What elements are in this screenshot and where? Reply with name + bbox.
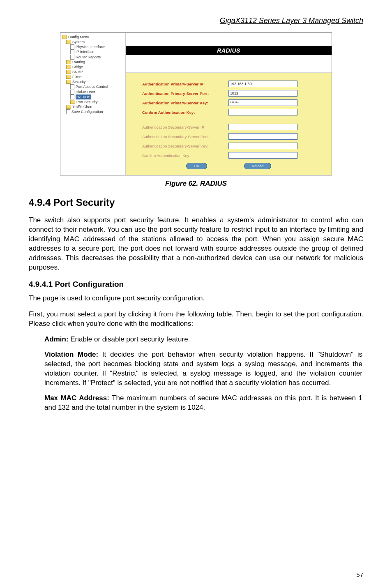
tree-ipif[interactable]: IP Interface xyxy=(76,49,95,54)
sec-ip-input[interactable] xyxy=(228,124,297,130)
config-tree: Config Menu System Physical Interface IP… xyxy=(60,33,126,175)
subsection-heading: 4.9.4.1 Port Configuration xyxy=(29,280,363,289)
prim-confirm-input[interactable] xyxy=(228,109,297,115)
prim-ip-input[interactable] xyxy=(228,81,297,87)
tree-system[interactable]: System xyxy=(72,39,85,44)
prim-port-label: Authentication Primary-Server Port: xyxy=(142,91,228,96)
folder-icon xyxy=(66,60,71,64)
para-violation: Violation Mode: It decides the port beha… xyxy=(44,350,362,388)
section-heading: 4.9.4 Port Security xyxy=(29,197,363,208)
reload-button[interactable]: Reload xyxy=(244,163,272,169)
prim-key-input[interactable] xyxy=(228,99,297,106)
folder-icon xyxy=(66,105,71,109)
sec-confirm-input[interactable] xyxy=(228,152,297,159)
tree-root[interactable]: Config Menu xyxy=(68,35,89,39)
maxmac-label: Max MAC Address: xyxy=(44,394,109,402)
sec-port-label: Authentication Secondary-Server Port: xyxy=(142,134,228,139)
prim-port-input[interactable] xyxy=(228,90,297,97)
sec-port-input[interactable] xyxy=(228,133,297,140)
violation-label: Violation Mode: xyxy=(44,350,98,358)
radius-screenshot: Config Menu System Physical Interface IP… xyxy=(60,32,332,175)
prim-ip-label: Authentication Primary-Server IP: xyxy=(142,82,228,86)
radius-banner: RADIUS xyxy=(126,46,332,55)
tree-security[interactable]: Security xyxy=(72,79,86,84)
page-icon xyxy=(70,44,74,49)
page-icon xyxy=(70,95,74,99)
page-icon xyxy=(70,49,74,54)
tree-traffic[interactable]: Traffic Chart xyxy=(72,104,92,109)
tree-radius[interactable]: RADIUS xyxy=(76,95,91,99)
radius-form: Authentication Primary-Server IP: Authen… xyxy=(126,73,332,175)
ok-button[interactable]: OK xyxy=(186,163,207,169)
tree-snmp[interactable]: SNMP xyxy=(72,69,83,74)
page-icon xyxy=(70,90,74,95)
sec-key-input[interactable] xyxy=(228,143,297,149)
tree-routing[interactable]: Routing xyxy=(72,60,85,65)
folder-icon xyxy=(66,65,71,69)
para-overview: The switch also supports port security f… xyxy=(29,216,363,272)
sec-ip-label: Authentication Secondary-Server IP: xyxy=(142,125,228,129)
page-number: 57 xyxy=(356,571,363,578)
page-icon xyxy=(66,109,70,114)
tree-filters[interactable]: Filters xyxy=(72,74,83,79)
figure-caption: Figure 62. RADIUS xyxy=(29,180,363,188)
tree-portsec[interactable]: Port Security xyxy=(76,99,98,104)
prim-key-label: Authentication Primary-Server Key: xyxy=(142,101,228,105)
para-config-steps: First, you must select a port by clickin… xyxy=(29,310,363,329)
folder-icon xyxy=(62,35,67,39)
tree-bridge[interactable]: Bridge xyxy=(72,65,83,69)
page-icon xyxy=(70,55,74,60)
page-header-title: GigaX3112 Series Layer 3 Managed Switch xyxy=(29,16,363,25)
admin-label: Admin: xyxy=(44,335,69,343)
folder-icon xyxy=(66,80,71,84)
folder-icon xyxy=(66,75,71,79)
tree-phys[interactable]: Physical Interface xyxy=(76,44,105,49)
sec-key-label: Authentication Secondary-Server Key: xyxy=(142,144,228,148)
folder-icon xyxy=(66,70,71,74)
tree-save[interactable]: Save Configuration xyxy=(71,109,103,114)
admin-text: Enable or disable port security feature. xyxy=(69,335,190,343)
tree-dial[interactable]: Dial-In User xyxy=(76,90,95,95)
para-max-mac: Max MAC Address: The maximum numbers of … xyxy=(44,394,362,413)
tree-pac[interactable]: Port Access Control xyxy=(76,84,108,89)
page-icon xyxy=(70,84,74,89)
folder-icon xyxy=(70,100,75,104)
content-pane: RADIUS Authentication Primary-Server IP:… xyxy=(126,33,332,175)
para-config-intro: The page is used to configure port secur… xyxy=(29,294,363,303)
para-admin: Admin: Enable or disable port security f… xyxy=(44,335,362,344)
folder-icon xyxy=(66,40,71,44)
sec-confirm-label: Confirm Authentication Key: xyxy=(142,153,228,158)
prim-confirm-label: Confirm Authentication Key: xyxy=(142,110,228,115)
tree-router-reports[interactable]: Router Reports xyxy=(76,55,101,60)
